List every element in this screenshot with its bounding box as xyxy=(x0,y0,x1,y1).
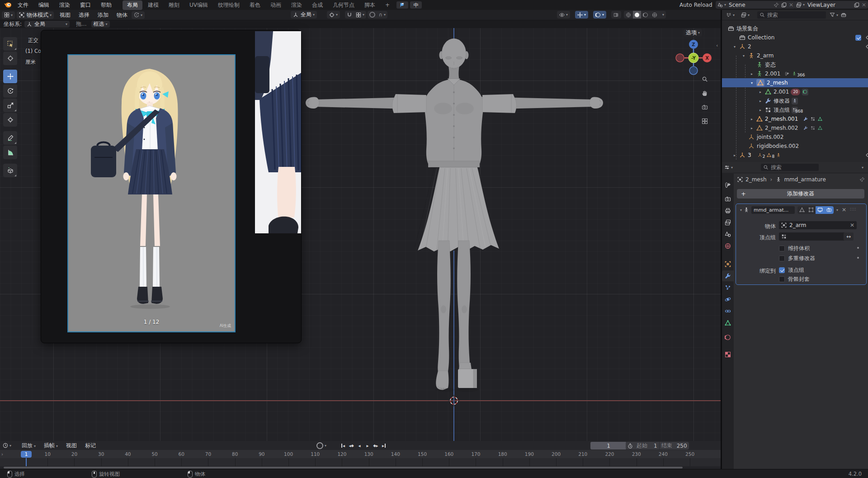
new-collection-button[interactable] xyxy=(841,12,846,18)
region-divider[interactable] xyxy=(721,10,722,469)
menu-playback[interactable]: 回放▾ xyxy=(18,442,40,450)
modifier-object-field[interactable]: 2_arm ✕ xyxy=(779,221,857,229)
auto-keying-toggle[interactable]: ▾ xyxy=(316,442,326,449)
show-in-viewport-toggle[interactable] xyxy=(816,206,825,214)
pin-icon[interactable] xyxy=(774,2,779,8)
menu-view[interactable]: 视图 xyxy=(62,442,81,450)
options-dropdown[interactable]: 选项▾ xyxy=(684,29,702,37)
expand-icon[interactable]: ▸ xyxy=(758,90,763,94)
navigation-gizmo[interactable]: Z X -Y xyxy=(673,38,714,78)
tab-geometry-nodes[interactable]: 几何节点 xyxy=(328,0,359,10)
outliner-row-modifiers[interactable]: ▸ 修改器 xyxy=(722,96,868,105)
zoom-view-icon[interactable] xyxy=(702,76,708,84)
outliner-row-armature-data[interactable]: ▸ 2.001 366 xyxy=(722,69,868,78)
tab-world[interactable] xyxy=(722,241,734,251)
tool-rotate[interactable] xyxy=(3,84,17,98)
reference-image-detail[interactable] xyxy=(255,31,301,233)
pin-icon[interactable] xyxy=(859,177,865,182)
expand-icon[interactable]: ▸ xyxy=(758,99,763,103)
expand-icon[interactable]: ▸ xyxy=(749,72,755,76)
menu-edit[interactable]: 编辑 xyxy=(33,1,54,9)
expand-icon[interactable]: ▾ xyxy=(732,45,737,49)
tab-rendering[interactable]: 渲染 xyxy=(287,0,307,10)
proportional-edit-toggle[interactable] xyxy=(368,11,377,19)
remove-modifier-icon[interactable]: ✕ xyxy=(842,207,846,213)
tool-transform[interactable] xyxy=(3,113,17,127)
outliner-row-empty-2[interactable]: ▾ 2 xyxy=(722,42,868,51)
language-toggle-button[interactable]: 中 xyxy=(410,1,422,9)
pivot-point-dropdown[interactable]: ▾ xyxy=(327,11,340,19)
tab-sculpting[interactable]: 雕刻 xyxy=(164,0,184,10)
hide-icon[interactable] xyxy=(866,34,868,41)
addon-flag-button[interactable] xyxy=(396,1,408,9)
toggle-ortho-icon[interactable] xyxy=(702,118,708,126)
outliner-row-scene-collection[interactable]: 场景集合 xyxy=(722,24,868,33)
tab-compositing[interactable]: 合成 xyxy=(307,0,327,10)
collapse-icon[interactable]: ▾ xyxy=(740,208,742,212)
modifier-name-field[interactable]: mmd_armat... xyxy=(751,206,795,214)
tab-animation[interactable]: 动画 xyxy=(266,0,286,10)
tab-constraints[interactable] xyxy=(722,306,734,317)
tool-select-box[interactable] xyxy=(3,37,17,51)
invert-vertex-group-button[interactable]: ↔ xyxy=(844,232,854,241)
timeline-track[interactable] xyxy=(0,458,721,466)
new-view-layer-icon[interactable] xyxy=(854,2,859,8)
coordinate-system-dropdown[interactable]: 全局▾ xyxy=(24,21,70,28)
tab-output[interactable] xyxy=(722,205,734,216)
shading-wireframe-button[interactable] xyxy=(624,11,633,19)
jump-to-start-button[interactable]: ◂ xyxy=(339,442,347,449)
delete-view-layer-icon[interactable]: ✕ xyxy=(862,2,866,8)
multi-modifier-checkbox[interactable] xyxy=(779,256,785,261)
xray-toggle[interactable] xyxy=(611,11,621,19)
outliner-row-empty-3[interactable]: ▸ 3 2 8 xyxy=(722,151,868,160)
tab-material[interactable] xyxy=(722,332,734,343)
tool-scale[interactable] xyxy=(3,99,17,112)
show-in-render-toggle[interactable] xyxy=(825,206,834,214)
timeline-editor-type-dropdown[interactable]: ▾ xyxy=(3,443,11,448)
play-reverse-button[interactable]: ◂ xyxy=(355,442,363,449)
shading-options-dropdown[interactable]: ▾ xyxy=(659,11,666,19)
play-button[interactable]: ▸ xyxy=(363,442,372,449)
expand-icon[interactable]: ▸ xyxy=(732,153,737,157)
blender-logo-icon[interactable] xyxy=(4,1,12,8)
tool-annotate[interactable] xyxy=(3,131,17,145)
use-preview-range-toggle[interactable] xyxy=(626,442,635,450)
menu-object[interactable]: 物体 xyxy=(113,11,132,19)
menu-window[interactable]: 窗口 xyxy=(75,1,96,9)
add-modifier-button[interactable]: + 添加修改器 xyxy=(737,189,864,199)
outliner-row-pose[interactable]: 姿态 xyxy=(722,60,868,69)
select-mode-dropdown[interactable]: 框选▾ xyxy=(91,21,110,28)
menu-help[interactable]: 帮助 xyxy=(96,1,117,9)
outliner-row-collection[interactable]: Collection xyxy=(722,33,868,42)
start-frame-field[interactable]: 起始1 xyxy=(635,442,659,450)
properties-search-input[interactable]: 搜索 xyxy=(761,164,819,171)
snap-target-dropdown[interactable]: ▾ xyxy=(354,11,366,19)
cursor-3d[interactable] xyxy=(448,395,460,407)
menu-render[interactable]: 渲染 xyxy=(54,1,75,9)
show-on-cage-toggle[interactable] xyxy=(807,206,816,214)
delete-scene-icon[interactable]: ✕ xyxy=(789,2,793,8)
snap-toggle[interactable] xyxy=(345,11,354,19)
end-frame-field[interactable]: 结束250 xyxy=(659,442,689,450)
shading-solid-button[interactable] xyxy=(633,11,641,19)
previous-keyframe-button[interactable]: ◂◆ xyxy=(347,442,355,449)
scene-selector[interactable]: ▾ Scene ✕ xyxy=(716,1,795,9)
modifier-vertex-group-field[interactable] xyxy=(779,232,847,241)
expand-icon[interactable]: ▸ xyxy=(749,117,755,121)
overlays-dropdown[interactable]: ▾ xyxy=(593,11,606,19)
mode-dropdown[interactable]: 物体模式▾ xyxy=(17,11,54,19)
outliner-row-2-mesh-002[interactable]: ▸ 2_mesh.002 xyxy=(722,123,868,133)
gizmo-neg-x-axis[interactable] xyxy=(676,54,684,62)
tab-object[interactable] xyxy=(722,259,734,270)
menu-add[interactable]: 添加 xyxy=(94,11,113,19)
tool-add-cube[interactable] xyxy=(3,164,17,177)
tab-uv-editing[interactable]: UV编辑 xyxy=(185,0,212,10)
bind-bone-envelopes-checkbox[interactable] xyxy=(779,276,785,282)
view-layer-selector[interactable]: ▾ ViewLayer ✕ xyxy=(794,1,868,9)
current-frame-badge[interactable]: 1 xyxy=(21,451,32,458)
menu-select[interactable]: 选择 xyxy=(75,11,94,19)
modifier-extras-dropdown[interactable]: ▾ xyxy=(836,208,838,212)
timeline-region-arrow[interactable]: › xyxy=(1,452,3,457)
add-workspace-button[interactable]: + xyxy=(381,1,394,9)
properties-editor-type-dropdown[interactable]: ▾ xyxy=(724,165,733,170)
